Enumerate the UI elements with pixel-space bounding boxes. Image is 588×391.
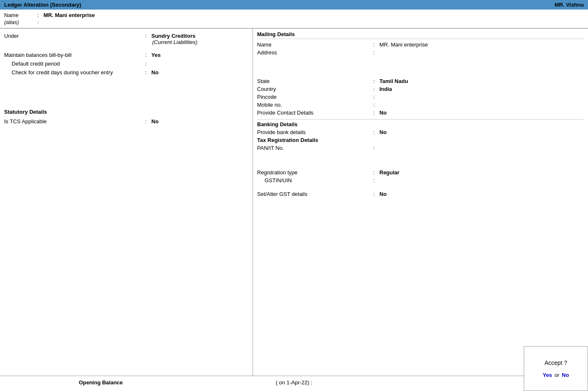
name-row: Name : MR. Mani enterprise bbox=[4, 12, 584, 18]
mobile-colon: : bbox=[373, 102, 379, 108]
reg-type-colon: : bbox=[373, 169, 379, 176]
set-alter-colon: : bbox=[373, 191, 379, 197]
name-label: Name bbox=[4, 12, 37, 18]
gstin-colon: : bbox=[373, 177, 379, 183]
statutory-title: Statutory Details bbox=[4, 109, 248, 115]
alias-label: (alias) bbox=[4, 19, 37, 25]
state-colon: : bbox=[373, 78, 379, 84]
right-panel: Mailing Details Name : MR. Mani enterpri… bbox=[253, 29, 588, 376]
tcs-value: No bbox=[151, 118, 158, 125]
alias-row: (alias) : bbox=[4, 19, 584, 25]
right-content-wrapper: Mailing Details Name : MR. Mani enterpri… bbox=[253, 29, 588, 201]
provide-bank-label: Provide bank details bbox=[257, 129, 373, 135]
name-colon: : bbox=[37, 12, 44, 18]
provide-contact-label: Provide Contact Details bbox=[257, 110, 373, 116]
under-value-wrapper: Sundry Creditors (Current Liabilities) bbox=[151, 33, 197, 45]
gstin-label: GSTIN/UIN bbox=[257, 177, 373, 183]
banking-title: Banking Details bbox=[257, 119, 584, 127]
accept-yes-button[interactable]: Yes bbox=[543, 372, 552, 378]
maintain-value: Yes bbox=[151, 52, 160, 58]
mobile-label: Mobile no. bbox=[257, 102, 373, 108]
reg-type-value: Regular bbox=[379, 169, 399, 176]
provide-bank-value: No bbox=[379, 129, 386, 135]
provide-contact-row: Provide Contact Details : No bbox=[257, 110, 584, 116]
pincode-colon: : bbox=[373, 94, 379, 100]
country-row: Country : India bbox=[257, 86, 584, 92]
state-value: Tamil Nadu bbox=[379, 78, 408, 84]
pan-label: PAN/IT No. bbox=[257, 145, 373, 151]
pan-row: PAN/IT No. : bbox=[257, 145, 584, 151]
pincode-label: Pincode bbox=[257, 94, 373, 100]
name-section: Name : MR. Mani enterprise (alias) : bbox=[0, 10, 588, 28]
mailing-name-row: Name : MR. Mani enterprise bbox=[257, 42, 584, 48]
set-alter-label: Set/Alter GST details bbox=[257, 191, 373, 197]
provide-bank-row: Provide bank details : No bbox=[257, 129, 584, 135]
state-row: State : Tamil Nadu bbox=[257, 78, 584, 84]
default-credit-row: Default credit period : bbox=[4, 61, 248, 67]
left-panel: Under : Sundry Creditors (Current Liabil… bbox=[0, 29, 253, 376]
maintain-row: Maintain balances bill-by-bill : Yes bbox=[4, 52, 248, 58]
mailing-details-header: Mailing Details bbox=[257, 31, 584, 39]
under-row: Under : Sundry Creditors (Current Liabil… bbox=[4, 33, 248, 45]
tcs-label: Is TCS Applicable bbox=[4, 118, 145, 125]
under-label: Under bbox=[4, 33, 145, 39]
maintain-colon: : bbox=[145, 52, 151, 58]
check-credit-label: Check for credit days during voucher ent… bbox=[4, 69, 145, 76]
reg-type-row: Registration type : Regular bbox=[257, 169, 584, 176]
check-credit-row: Check for credit days during voucher ent… bbox=[4, 69, 248, 76]
set-alter-value: No bbox=[379, 191, 386, 197]
bottom-bar: Opening Balance ( on 1-Apr-22) : bbox=[0, 376, 588, 389]
content-area: Under : Sundry Creditors (Current Liabil… bbox=[0, 28, 588, 376]
address-colon: : bbox=[373, 49, 379, 56]
address-row: Address : bbox=[257, 49, 584, 56]
pincode-row: Pincode : bbox=[257, 94, 584, 100]
accept-no-button[interactable]: No bbox=[562, 372, 569, 378]
country-colon: : bbox=[373, 86, 379, 92]
date-label: ( on 1-Apr-22) : bbox=[197, 379, 391, 386]
tax-reg-title: Tax Registration Details bbox=[257, 137, 584, 143]
default-credit-label: Default credit period bbox=[4, 61, 145, 67]
mailing-name-colon: : bbox=[373, 42, 379, 48]
address-label: Address bbox=[257, 49, 373, 56]
reg-type-label: Registration type bbox=[257, 169, 373, 176]
pan-colon: : bbox=[373, 145, 379, 151]
check-credit-colon: : bbox=[145, 69, 151, 76]
under-colon: : bbox=[145, 33, 151, 39]
opening-balance-label: Opening Balance bbox=[4, 379, 197, 386]
mobile-row: Mobile no. : bbox=[257, 102, 584, 108]
accept-options: Yes or No bbox=[543, 372, 569, 378]
name-value: MR. Mani enterprise bbox=[44, 12, 95, 18]
provide-contact-colon: : bbox=[373, 110, 379, 116]
set-alter-row: Set/Alter GST details : No bbox=[257, 191, 584, 197]
under-value: Sundry Creditors bbox=[151, 33, 195, 39]
default-credit-colon: : bbox=[145, 61, 151, 67]
provide-bank-colon: : bbox=[373, 129, 379, 135]
under-sub: (Current Liabilities) bbox=[151, 39, 197, 45]
accept-title: Accept ? bbox=[544, 359, 567, 366]
header-title: Ledger Alteration (Secondary) bbox=[4, 2, 81, 8]
top-header: Ledger Alteration (Secondary) MR. Vishnu bbox=[0, 0, 588, 10]
provide-contact-value: No bbox=[379, 110, 386, 116]
check-credit-value: No bbox=[151, 69, 158, 76]
main-container: Name : MR. Mani enterprise (alias) : Und… bbox=[0, 10, 588, 389]
maintain-label: Maintain balances bill-by-bill bbox=[4, 52, 145, 58]
gstin-row: GSTIN/UIN : bbox=[257, 177, 584, 183]
mailing-name-label: Name bbox=[257, 42, 373, 48]
tcs-colon: : bbox=[145, 118, 151, 125]
tcs-row: Is TCS Applicable : No bbox=[4, 118, 248, 125]
country-label: Country bbox=[257, 86, 373, 92]
state-label: State bbox=[257, 78, 373, 84]
accept-box: Accept ? Yes or No bbox=[524, 346, 588, 391]
header-user: MR. Vishnu bbox=[554, 2, 584, 8]
mailing-name-value: MR. Mani enterprise bbox=[379, 42, 428, 48]
alias-colon: : bbox=[37, 19, 44, 25]
accept-or-label: or bbox=[554, 372, 559, 378]
country-value: India bbox=[379, 86, 392, 92]
